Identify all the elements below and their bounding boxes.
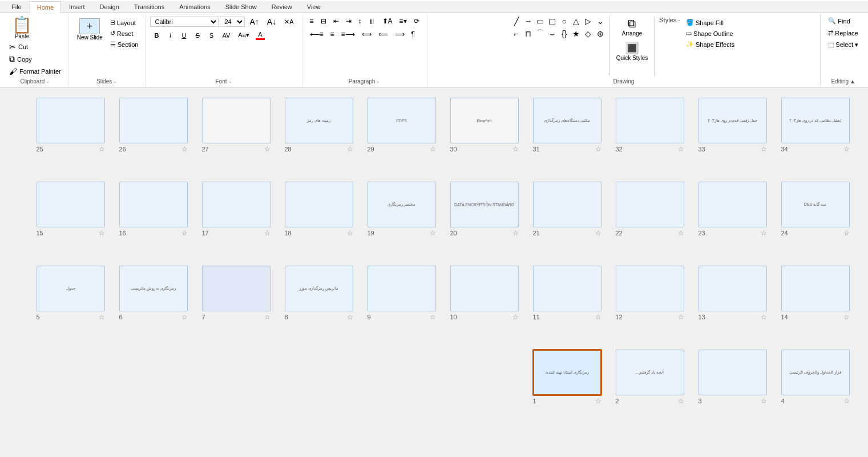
slide-item-29[interactable]: SDES29☆ (360, 93, 443, 177)
shape-star[interactable]: ★ (571, 28, 582, 39)
clear-format-button[interactable]: ✕A (281, 17, 297, 27)
font-expander[interactable]: ⌄ (228, 79, 232, 84)
copy-button[interactable]: ⧉ Copy (7, 53, 63, 65)
slide-item-34[interactable]: تحلیل نظامی کد در روی هار۲۰۳34☆ (774, 93, 857, 177)
star-icon-24[interactable]: ☆ (843, 229, 850, 237)
star-icon-5[interactable]: ☆ (99, 313, 105, 321)
increase-font-button[interactable]: A↑ (246, 15, 262, 28)
star-icon-8[interactable]: ☆ (347, 313, 353, 321)
star-icon-25[interactable]: ☆ (99, 145, 105, 153)
clipboard-expander[interactable]: ⌄ (46, 79, 50, 84)
slide-item-13[interactable]: 13☆ (691, 261, 774, 345)
slide-item-27[interactable]: 27☆ (195, 93, 277, 177)
star-icon-4[interactable]: ☆ (843, 397, 850, 405)
star-icon-18[interactable]: ☆ (347, 229, 353, 237)
shape-arrow[interactable]: → (523, 15, 534, 27)
font-size-select[interactable]: 24 (220, 17, 245, 27)
ltr-button[interactable]: ⟹ (392, 29, 407, 40)
slide-item-11[interactable]: 11☆ (526, 261, 608, 345)
tab-view[interactable]: View (300, 1, 328, 13)
star-icon-14[interactable]: ☆ (843, 313, 850, 321)
slide-item-14[interactable]: 14☆ (774, 261, 857, 345)
shape-step[interactable]: ⊓ (523, 28, 534, 39)
tab-insert[interactable]: Insert (62, 1, 92, 13)
star-icon-26[interactable]: ☆ (181, 145, 188, 153)
find-button[interactable]: 🔍 Find (825, 15, 853, 26)
new-slide-button[interactable]: + New Slide (73, 15, 107, 43)
slide-item-3[interactable]: 3☆ (691, 345, 774, 429)
slide-item-4[interactable]: قرار الجداول والحروف الرئيسي4☆ (774, 345, 857, 429)
paste-button[interactable]: 📋 Paste (7, 15, 37, 41)
star-icon-11[interactable]: ☆ (595, 313, 601, 321)
tab-slideshow[interactable]: Slide Show (219, 1, 264, 13)
shape-arc[interactable]: ⌣ (547, 28, 558, 39)
slide-item-9[interactable]: 9☆ (360, 261, 443, 345)
numbering-button[interactable]: ⊟ (318, 15, 329, 27)
star-icon-9[interactable]: ☆ (430, 313, 436, 321)
slide-item-25[interactable]: 25☆ (29, 93, 112, 177)
align-center-button[interactable]: ≡ (328, 29, 337, 40)
shape-line[interactable]: ╱ (511, 15, 522, 27)
star-icon-29[interactable]: ☆ (430, 145, 436, 153)
para-options-button[interactable]: ¶ (409, 29, 418, 40)
star-icon-33[interactable]: ☆ (761, 145, 767, 153)
slide-item-22[interactable]: 22☆ (608, 177, 691, 261)
shape-fill-button[interactable]: 🪣 Shape Fill (684, 18, 737, 27)
bullets-button[interactable]: ≡ (307, 15, 317, 27)
shape-round-rect[interactable]: ▢ (547, 15, 558, 27)
slide-item-32[interactable]: 32☆ (608, 93, 691, 177)
select-button[interactable]: ⬚ Select ▾ (825, 39, 861, 50)
shape-diamond[interactable]: ◇ (583, 28, 594, 39)
tab-animations[interactable]: Animations (172, 1, 217, 13)
slide-item-23[interactable]: 23☆ (691, 177, 774, 261)
tab-file[interactable]: File (5, 1, 29, 13)
reset-button[interactable]: ↺ Reset (108, 29, 141, 38)
shape-more[interactable]: ⌄ (595, 15, 606, 27)
columns-button[interactable]: ⫼ (366, 15, 378, 27)
shape-outline-button[interactable]: ▭ Shape Outline (684, 29, 737, 38)
star-icon-17[interactable]: ☆ (264, 229, 271, 237)
star-icon-2[interactable]: ☆ (678, 397, 684, 405)
slide-item-33[interactable]: حمل رقمی قدم در روی هار۲۰۳33☆ (691, 93, 774, 177)
slide-item-7[interactable]: 7☆ (195, 261, 277, 345)
slide-item-21[interactable]: 21☆ (526, 177, 608, 261)
slide-item-26[interactable]: 26☆ (112, 93, 195, 177)
slide-item-31[interactable]: مکتبی دستگاه‌های رمزگذاری31☆ (526, 93, 608, 177)
star-icon-10[interactable]: ☆ (512, 313, 519, 321)
tab-home[interactable]: Home (30, 1, 61, 13)
star-icon-27[interactable]: ☆ (264, 145, 271, 153)
tab-review[interactable]: Review (265, 1, 299, 13)
slide-item-30[interactable]: Blowfish30☆ (443, 93, 526, 177)
star-icon-3[interactable]: ☆ (761, 397, 767, 405)
shadow-button[interactable]: S (205, 30, 217, 41)
slide-item-19[interactable]: مختصر رمزنگاری19☆ (360, 177, 443, 261)
slides-expander[interactable]: ⌄ (113, 79, 117, 84)
slide-item-5[interactable]: جدول5☆ (29, 261, 112, 345)
decrease-indent-button[interactable]: ⇤ (330, 15, 342, 27)
cut-button[interactable]: ✂ Cut (7, 41, 63, 53)
star-icon-23[interactable]: ☆ (761, 229, 767, 237)
star-icon-7[interactable]: ☆ (264, 313, 271, 321)
arrange-button[interactable]: ⧉ Arrange (619, 15, 645, 38)
tab-design[interactable]: Design (93, 1, 126, 13)
format-painter-button[interactable]: 🖌 Format Painter (7, 66, 63, 77)
font-name-select[interactable]: Calibri (150, 17, 219, 27)
shape-tri[interactable]: △ (571, 15, 582, 27)
star-icon-28[interactable]: ☆ (347, 145, 353, 153)
star-icon-16[interactable]: ☆ (181, 229, 188, 237)
slide-item-12[interactable]: 12☆ (608, 261, 691, 345)
star-icon-13[interactable]: ☆ (761, 313, 767, 321)
smartart-button[interactable]: ⟳ (411, 15, 422, 27)
increase-indent-button[interactable]: ⇥ (343, 15, 354, 27)
star-icon-31[interactable]: ☆ (595, 145, 601, 153)
quick-styles-button[interactable]: 🔳 Quick Styles (613, 39, 651, 63)
shape-misc[interactable]: ⊕ (595, 28, 606, 39)
line-spacing-button[interactable]: ↕ (356, 15, 365, 27)
shape-bracket[interactable]: {} (559, 28, 570, 39)
slide-item-20[interactable]: DATA ENCRYPTION STANDARD20☆ (443, 177, 526, 261)
slide-item-1[interactable]: رمزنگاری استاد: تهیه کننده:1☆ (526, 345, 608, 429)
slide-item-18[interactable]: 18☆ (277, 177, 360, 261)
change-case-button[interactable]: Aa▾ (235, 30, 252, 41)
star-icon-12[interactable]: ☆ (678, 313, 684, 321)
slide-item-15[interactable]: 15☆ (29, 177, 112, 261)
